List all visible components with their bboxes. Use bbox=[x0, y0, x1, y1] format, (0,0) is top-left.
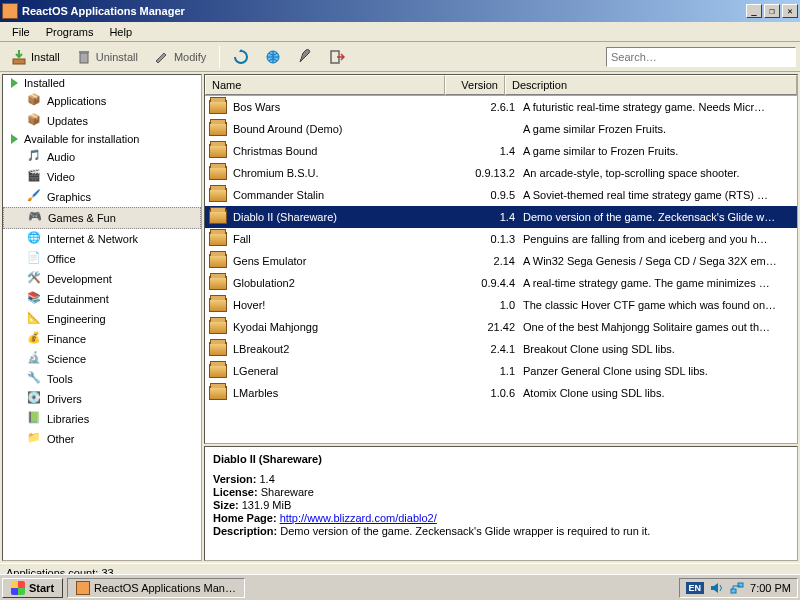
sidebar-item-edutainment[interactable]: 📚Edutainment bbox=[3, 289, 201, 309]
sidebar-item-engineering[interactable]: 📐Engineering bbox=[3, 309, 201, 329]
language-indicator[interactable]: EN bbox=[686, 582, 705, 594]
start-button[interactable]: Start bbox=[2, 578, 63, 598]
sidebar-item-graphics[interactable]: 🖌️Graphics bbox=[3, 187, 201, 207]
sidebar-item-other[interactable]: 📁Other bbox=[3, 429, 201, 449]
modify-button[interactable]: Modify bbox=[147, 45, 213, 69]
package-icon bbox=[209, 232, 227, 246]
category-icon: 🎬 bbox=[27, 169, 43, 185]
column-description[interactable]: Description bbox=[505, 75, 797, 95]
sidebar-item-updates[interactable]: 📦Updates bbox=[3, 111, 201, 131]
details-pane: Diablo II (Shareware) Version: 1.4 Licen… bbox=[204, 446, 798, 561]
app-list[interactable]: Name Version Description Bos Wars2.6.1A … bbox=[204, 74, 798, 444]
refresh-button[interactable] bbox=[226, 45, 256, 69]
uninstall-icon bbox=[76, 49, 92, 65]
sidebar[interactable]: Installed📦Applications📦UpdatesAvailable … bbox=[2, 74, 202, 561]
sidebar-item-drivers[interactable]: 💽Drivers bbox=[3, 389, 201, 409]
sidebar-item-internet-network[interactable]: 🌐Internet & Network bbox=[3, 229, 201, 249]
arrow-icon bbox=[11, 78, 18, 88]
menu-programs[interactable]: Programs bbox=[38, 24, 102, 40]
maximize-button[interactable]: ❐ bbox=[764, 4, 780, 18]
sidebar-item-available[interactable]: Available for installation bbox=[3, 131, 201, 147]
list-row[interactable]: Bound Around (Demo)A game similar Frozen… bbox=[205, 118, 797, 140]
package-icon bbox=[209, 342, 227, 356]
category-icon: 📚 bbox=[27, 291, 43, 307]
category-icon: 💰 bbox=[27, 331, 43, 347]
taskbar-app-button[interactable]: ReactOS Applications Man… bbox=[67, 578, 245, 598]
modify-icon bbox=[154, 49, 170, 65]
list-row[interactable]: Chromium B.S.U.0.9.13.2An arcade-style, … bbox=[205, 162, 797, 184]
folder-icon: 📦 bbox=[27, 93, 43, 109]
refresh-icon bbox=[233, 49, 249, 65]
uninstall-button[interactable]: Uninstall bbox=[69, 45, 145, 69]
sidebar-item-libraries[interactable]: 📗Libraries bbox=[3, 409, 201, 429]
sidebar-item-applications[interactable]: 📦Applications bbox=[3, 91, 201, 111]
column-name[interactable]: Name bbox=[205, 75, 445, 95]
package-icon bbox=[209, 254, 227, 268]
category-icon: 🖌️ bbox=[27, 189, 43, 205]
list-row[interactable]: Kyodai Mahjongg21.42One of the best Mahj… bbox=[205, 316, 797, 338]
network-icon[interactable] bbox=[730, 581, 744, 595]
list-row[interactable]: LBreakout22.4.1Breakout Clone using SDL … bbox=[205, 338, 797, 360]
list-row[interactable]: LGeneral1.1Panzer General Clone using SD… bbox=[205, 360, 797, 382]
exit-button[interactable] bbox=[322, 45, 352, 69]
menu-help[interactable]: Help bbox=[101, 24, 140, 40]
category-icon: 🎵 bbox=[27, 149, 43, 165]
list-header: Name Version Description bbox=[205, 75, 797, 96]
wrench-icon bbox=[297, 49, 313, 65]
search-input[interactable] bbox=[606, 47, 796, 67]
list-row[interactable]: Christmas Bound1.4A game similar to Froz… bbox=[205, 140, 797, 162]
package-icon bbox=[209, 100, 227, 114]
app-icon bbox=[2, 3, 18, 19]
sidebar-item-installed[interactable]: Installed bbox=[3, 75, 201, 91]
sidebar-item-tools[interactable]: 🔧Tools bbox=[3, 369, 201, 389]
minimize-button[interactable]: _ bbox=[746, 4, 762, 18]
column-version[interactable]: Version bbox=[445, 75, 505, 95]
category-icon: 📄 bbox=[27, 251, 43, 267]
clock[interactable]: 7:00 PM bbox=[750, 582, 791, 594]
package-icon bbox=[209, 298, 227, 312]
folder-icon: 📦 bbox=[27, 113, 43, 129]
package-icon bbox=[209, 166, 227, 180]
list-row[interactable]: LMarbles1.0.6Atomix Clone using SDL libs… bbox=[205, 382, 797, 404]
close-button[interactable]: ✕ bbox=[782, 4, 798, 18]
package-icon bbox=[209, 386, 227, 400]
sidebar-item-office[interactable]: 📄Office bbox=[3, 249, 201, 269]
list-row[interactable]: Commander Stalin0.9.5A Soviet-themed rea… bbox=[205, 184, 797, 206]
details-title: Diablo II (Shareware) bbox=[213, 453, 789, 465]
sidebar-item-science[interactable]: 🔬Science bbox=[3, 349, 201, 369]
window-title: ReactOS Applications Manager bbox=[22, 5, 185, 17]
list-row[interactable]: Diablo II (Shareware)1.4Demo version of … bbox=[205, 206, 797, 228]
package-icon bbox=[209, 188, 227, 202]
homepage-link[interactable]: http://www.blizzard.com/diablo2/ bbox=[280, 512, 437, 524]
category-icon: 🔬 bbox=[27, 351, 43, 367]
start-icon bbox=[11, 581, 25, 595]
category-icon: 📐 bbox=[27, 311, 43, 327]
category-icon: 🔧 bbox=[27, 371, 43, 387]
update-db-button[interactable] bbox=[258, 45, 288, 69]
list-row[interactable]: Globulation20.9.4.4A real-time strategy … bbox=[205, 272, 797, 294]
svg-rect-5 bbox=[731, 589, 736, 593]
list-row[interactable]: Fall0.1.3Penguins are falling from and i… bbox=[205, 228, 797, 250]
list-row[interactable]: Bos Wars2.6.1A futuristic real-time stra… bbox=[205, 96, 797, 118]
sidebar-item-games-fun[interactable]: 🎮Games & Fun bbox=[3, 207, 201, 229]
svg-rect-1 bbox=[80, 53, 88, 63]
category-icon: 📗 bbox=[27, 411, 43, 427]
menubar: File Programs Help bbox=[0, 22, 800, 42]
list-row[interactable]: Gens Emulator2.14A Win32 Sega Genesis / … bbox=[205, 250, 797, 272]
volume-icon[interactable] bbox=[710, 581, 724, 595]
category-icon: 🎮 bbox=[28, 210, 44, 226]
app-icon bbox=[76, 581, 90, 595]
install-button[interactable]: Install bbox=[4, 45, 67, 69]
sidebar-item-audio[interactable]: 🎵Audio bbox=[3, 147, 201, 167]
settings-button[interactable] bbox=[290, 45, 320, 69]
sidebar-item-development[interactable]: 🛠️Development bbox=[3, 269, 201, 289]
globe-icon bbox=[265, 49, 281, 65]
package-icon bbox=[209, 320, 227, 334]
sidebar-item-finance[interactable]: 💰Finance bbox=[3, 329, 201, 349]
category-icon: 🛠️ bbox=[27, 271, 43, 287]
list-row[interactable]: Hover!1.0The classic Hover CTF game whic… bbox=[205, 294, 797, 316]
sidebar-item-video[interactable]: 🎬Video bbox=[3, 167, 201, 187]
arrow-icon bbox=[11, 134, 18, 144]
menu-file[interactable]: File bbox=[4, 24, 38, 40]
category-icon: 💽 bbox=[27, 391, 43, 407]
